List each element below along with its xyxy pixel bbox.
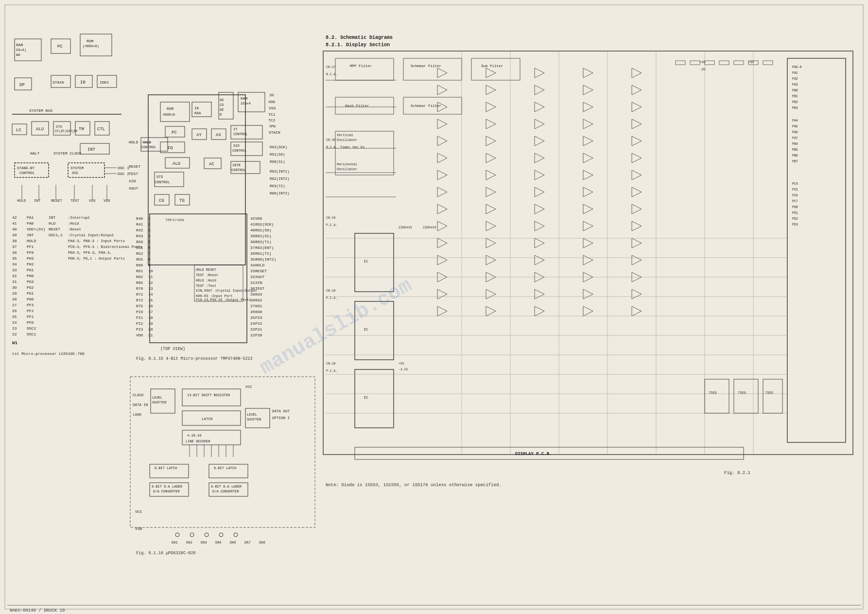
svg-text:AC: AC — [209, 162, 214, 167]
svg-text:R52: R52 — [136, 251, 143, 256]
svg-text:SYSTEM CLOCK: SYSTEM CLOCK — [53, 151, 82, 156]
svg-text:CONTROL: CONTROL — [155, 180, 170, 184]
svg-text:26: 26 — [12, 309, 17, 313]
svg-text:29: 29 — [12, 291, 17, 296]
svg-text:R70: R70 — [136, 286, 143, 291]
svg-text:R71: R71 — [136, 292, 143, 297]
svg-text:PA6: PA6 — [792, 131, 798, 134]
svg-text:IC: IC — [364, 259, 368, 263]
svg-text:OSC 2: OSC 2 — [118, 172, 129, 176]
svg-text:CONTROL: CONTROL — [19, 171, 35, 175]
svg-text:24: 24 — [250, 321, 255, 326]
svg-text:33: 33 — [250, 269, 255, 273]
svg-text:41: 41 — [12, 221, 17, 226]
svg-text:IDEC: IDEC — [100, 80, 109, 85]
svg-text:TEST  :Reset: TEST :Reset — [196, 273, 218, 277]
svg-text:R92(SCK): R92(SCK) — [255, 222, 274, 227]
svg-text:PB4: PB4 — [792, 142, 798, 146]
svg-text:PI2: PI2 — [136, 321, 143, 326]
svg-text:DATA IN: DATA IN — [133, 403, 148, 407]
svg-text:RESET: RESET — [51, 199, 62, 203]
svg-text:40: 40 — [12, 227, 17, 231]
svg-text:HOLD: HOLD — [17, 199, 26, 203]
svg-text:220K443: 220K443 — [423, 226, 436, 229]
svg-text:CONTROL: CONTROL — [233, 132, 247, 136]
svg-text:OSC1: OSC1 — [27, 332, 36, 336]
svg-text:SHIFTER: SHIFTER — [247, 418, 261, 421]
svg-text:PB1: PB1 — [792, 95, 798, 98]
svg-text:DISPLAY  P.C.B.: DISPLAY P.C.B. — [515, 452, 552, 456]
svg-text:R50: R50 — [136, 240, 143, 244]
svg-text:IY: IY — [233, 127, 238, 131]
svg-text:LATCH: LATCH — [202, 417, 213, 421]
svg-text:STAND-BY: STAND-BY — [17, 166, 35, 170]
svg-text:PA1: PA1 — [27, 215, 34, 220]
svg-text:Fig. 8.1.16  µPD6328C-028: Fig. 8.1.16 µPD6328C-028 — [136, 551, 195, 556]
svg-text:Schmear Filter: Schmear Filter — [411, 64, 441, 68]
svg-text:28: 28 — [250, 298, 255, 302]
svg-text:PH2: PH2 — [27, 262, 34, 266]
svg-text:SHIFTER: SHIFTER — [152, 401, 167, 404]
svg-text:35: 35 — [12, 256, 17, 261]
svg-text:D/A CONVERTER: D/A CONVERTER — [153, 490, 180, 493]
svg-text:CONTROL: CONTROL — [232, 149, 246, 153]
svg-text:INT: INT — [87, 147, 96, 152]
svg-text:TEST: TEST — [129, 172, 138, 176]
svg-text:VCC: VCC — [135, 509, 142, 514]
svg-text:41: 41 — [250, 222, 255, 227]
svg-text:DA2: DA2 — [186, 541, 192, 544]
svg-text:Note: Diode is 1SS53, 1S1555, : Note: Diode is 1SS53, 1S1555, or 1SS176 … — [326, 483, 502, 488]
svg-text:HOLD: HOLD — [27, 239, 36, 243]
svg-text:25: 25 — [12, 315, 17, 319]
svg-text:PA0-3, PB0-3 : Input Ports: PA0-3, PB0-3 : Input Ports — [68, 239, 125, 243]
svg-text:8-BIT D-A LADER: 8-BIT D-A LADER — [152, 485, 183, 489]
svg-text:DA3: DA3 — [201, 541, 207, 544]
svg-text:STS: STS — [156, 175, 163, 179]
svg-text:CF|ZF|EXT|MF: CF|ZF|EXT|MF — [55, 130, 78, 133]
svg-text:ROM: ROM — [87, 39, 94, 43]
svg-text:39: 39 — [12, 233, 17, 237]
svg-text:33: 33 — [12, 268, 17, 272]
svg-text:Timer Vor Ev: Timer Vor Ev — [340, 145, 365, 149]
svg-text:PA1: PA1 — [792, 71, 798, 75]
svg-text:38: 38 — [12, 239, 17, 243]
svg-text:R65: R65 — [136, 281, 143, 285]
svg-text:PD1: PD1 — [792, 211, 798, 215]
svg-text:37: 37 — [250, 246, 255, 250]
svg-text:8.2. Schematic Diagrams: 8.2. Schematic Diagrams — [326, 35, 393, 40]
svg-text:R91(S0): R91(S0) — [255, 228, 272, 232]
svg-text:WA: WA — [16, 53, 20, 57]
svg-text::Crystal Input/Output: :Crystal Input/Output — [68, 233, 114, 237]
svg-text:+5V: +5V — [399, 362, 404, 366]
svg-text:P21: P21 — [255, 327, 262, 332]
svg-text:Vertical: Vertical — [337, 133, 353, 137]
svg-text:17: 17 — [148, 310, 153, 314]
svg-text:256✕4: 256✕4 — [241, 102, 251, 105]
svg-text:R93(INT1): R93(INT1) — [270, 170, 290, 174]
svg-text:P.C.A.: P.C.A. — [326, 297, 337, 300]
svg-text:RESET: RESET — [255, 269, 267, 273]
svg-text:AY: AY — [196, 133, 202, 138]
svg-text::Reset: :Reset — [68, 228, 81, 231]
svg-text:PD2: PD2 — [792, 217, 798, 221]
svg-text:CN-17: CN-17 — [326, 66, 336, 69]
svg-text:SPW: SPW — [269, 124, 276, 128]
svg-text:P.C.A.: P.C.A. — [326, 224, 337, 227]
svg-text:INT: INT — [27, 233, 34, 237]
svg-text:Oscillator: Oscillator — [337, 138, 357, 142]
svg-text:CN-10: CN-10 — [326, 289, 336, 293]
svg-text:7SEG: 7SEG — [709, 391, 717, 395]
svg-text:PA7: PA7 — [792, 137, 798, 140]
svg-text:Oscillator: Oscillator — [337, 167, 357, 171]
svg-text:CONTROL: CONTROL — [141, 145, 156, 149]
svg-text:R83(T1): R83(T1) — [255, 240, 272, 244]
svg-text:ALU: ALU — [173, 161, 180, 166]
svg-text:LEVEL: LEVEL — [152, 396, 162, 400]
svg-text:R81(T2): R81(T2) — [255, 251, 272, 256]
svg-text:XOUT: XOUT — [255, 275, 264, 279]
svg-text:IR: IR — [80, 80, 86, 85]
svg-text:CONTROL: CONTROL — [231, 168, 245, 172]
svg-text:CN-10: CN-10 — [326, 216, 336, 220]
svg-text:PF3: PF3 — [27, 303, 34, 307]
svg-text:SYSTEM: SYSTEM — [70, 166, 84, 170]
